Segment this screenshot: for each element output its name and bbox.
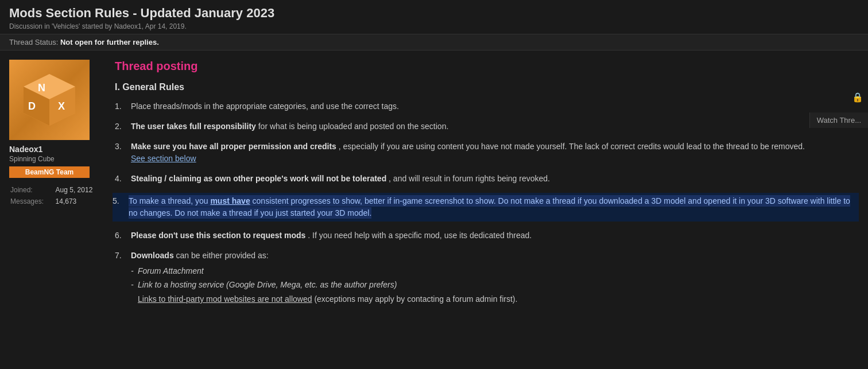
section-title: Thread posting xyxy=(115,60,859,73)
rule-7-rest: can be either provided as: xyxy=(176,251,269,260)
avatar: N D X xyxy=(9,60,90,140)
user-meta: Joined: Aug 5, 2012 Messages: 14,673 xyxy=(9,184,101,208)
rule-5: To make a thread, you must have consiste… xyxy=(113,193,859,222)
rule-7: Downloads can be either provided as: For… xyxy=(115,250,859,305)
rule-7-subitems: Forum Attachment Link to a hosting servi… xyxy=(131,265,859,291)
thread-status-value: Not open for further replies. xyxy=(60,38,159,46)
main-content: N D X Nadeox1 Spinning Cube BeamNG Team … xyxy=(0,51,868,323)
joined-label: Joined: xyxy=(10,185,55,195)
rule-6: Please don't use this section to request… xyxy=(115,230,859,242)
svg-text:X: X xyxy=(58,100,65,112)
messages-value: 14,673 xyxy=(56,196,100,207)
rule-6-rest: . If you need help with a specific mod, … xyxy=(308,231,532,240)
page-title: Mods Section Rules - Updated January 202… xyxy=(9,6,859,21)
rule-7-bold: Downloads xyxy=(131,251,174,260)
rule-6-bold: Please don't use this section to request… xyxy=(131,231,305,240)
user-title: Spinning Cube xyxy=(9,155,101,163)
rule-5-prefix: To make a thread, you xyxy=(129,196,210,205)
thread-status-label: Thread Status: xyxy=(9,38,58,46)
rule-3-bold: Make sure you have all proper permission… xyxy=(131,142,336,151)
rule-7-subitem-2: Link to a hosting service (Google Drive,… xyxy=(131,279,859,291)
rule-7-subitem-1: Forum Attachment xyxy=(131,265,859,277)
user-name: Nadeox1 xyxy=(9,145,101,154)
rule-3-rest: , especially if you are using content yo… xyxy=(339,142,805,151)
svg-text:D: D xyxy=(28,100,36,112)
thread-status-bar: Thread Status: Not open for further repl… xyxy=(0,34,868,51)
joined-value: Aug 5, 2012 xyxy=(56,185,100,195)
messages-label: Messages: xyxy=(10,196,55,207)
rule-2: The user takes full responsibility for w… xyxy=(115,121,859,133)
rules-list: Place threads/mods in the appropriate ca… xyxy=(115,100,859,305)
rule-2-bold: The user takes full responsibility xyxy=(131,122,256,131)
third-party-link[interactable]: Links to third-party mod websites are no… xyxy=(138,294,312,304)
rule-4-bold: Stealing / claiming as own other people'… xyxy=(131,174,386,183)
user-panel: N D X Nadeox1 Spinning Cube BeamNG Team … xyxy=(9,60,101,313)
page-subtitle: Discussion in 'Vehicles' started by Nade… xyxy=(9,22,859,30)
rule-4-rest: , and will result in forum rights being … xyxy=(389,174,550,183)
svg-text:N: N xyxy=(38,82,45,94)
see-section-below-link[interactable]: See section below xyxy=(131,154,196,163)
rule-7-note: Links to third-party mod websites are no… xyxy=(131,293,859,305)
general-rules-title: I. General Rules xyxy=(115,82,859,92)
page-header: Mods Section Rules - Updated January 202… xyxy=(0,0,868,34)
user-badge: BeamNG Team xyxy=(9,166,90,178)
rule-4: Stealing / claiming as own other people'… xyxy=(115,173,859,185)
rule-1: Place threads/mods in the appropriate ca… xyxy=(115,100,859,112)
rule-5-must: must have xyxy=(210,196,250,205)
rule-3: Make sure you have all proper permission… xyxy=(115,141,859,165)
rule-7-exception: (exceptions may apply by contacting a fo… xyxy=(314,294,517,304)
rule-5-highlighted: To make a thread, you must have consiste… xyxy=(129,195,850,219)
rule-1-text: Place threads/mods in the appropriate ca… xyxy=(131,102,399,111)
rule-2-rest: for what is being uploaded and posted on… xyxy=(258,122,449,131)
post-content: Thread posting I. General Rules Place th… xyxy=(110,60,859,313)
